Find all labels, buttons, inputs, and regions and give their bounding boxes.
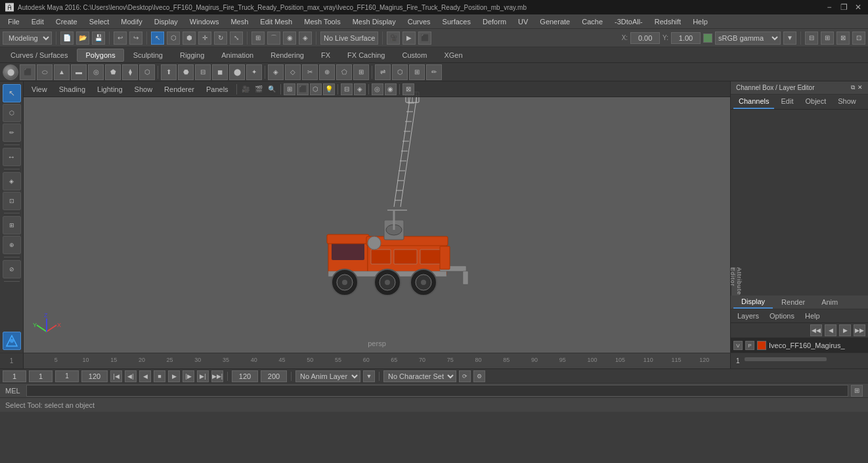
prev-play-btn[interactable]: ◀	[139, 370, 151, 382]
menu-3dto[interactable]: -3DtoAll-	[609, 16, 648, 27]
tab-rigging[interactable]: Rigging	[172, 49, 212, 62]
render-cam-btn[interactable]: 🎥	[387, 32, 400, 45]
dt-anim[interactable]: Anim	[814, 296, 846, 308]
tab-rendering[interactable]: Rendering	[263, 49, 312, 62]
menu-edit-mesh[interactable]: Edit Mesh	[255, 16, 297, 27]
tab-polygons[interactable]: Polygons	[77, 49, 123, 62]
view-menu-renderer[interactable]: Renderer	[159, 84, 200, 95]
menu-display[interactable]: Display	[149, 16, 183, 27]
shelf-pipe[interactable]: ⬡	[139, 64, 155, 80]
film-btn[interactable]: 🎬	[253, 83, 265, 95]
viewport[interactable]: View Shading Lighting Show Renderer Pane…	[24, 81, 730, 353]
view-all[interactable]: ⊕	[3, 236, 21, 254]
ipr-btn[interactable]: ⬛	[418, 32, 431, 45]
shelf-plane[interactable]: ▬	[71, 64, 87, 80]
shelf-cylinder[interactable]: ⬭	[37, 64, 53, 80]
move-tool[interactable]: ↔	[3, 148, 21, 166]
right-panel-btn2[interactable]: ⊞	[821, 32, 834, 45]
next-key-btn[interactable]: ▶|	[197, 370, 209, 382]
next-frame-btn[interactable]: |▶	[183, 370, 194, 382]
layer-next-btn[interactable]: ▶	[839, 324, 851, 336]
layer-row[interactable]: V P Iveco_FF160_Magirus_	[731, 338, 868, 354]
menu-mesh-tools[interactable]: Mesh Tools	[299, 16, 345, 27]
shelf-pyramid[interactable]: ⧫	[122, 64, 138, 80]
shelf-torus[interactable]: ◎	[88, 64, 104, 80]
shelf-transform[interactable]: ⬡	[392, 64, 408, 80]
open-file-btn[interactable]: 📂	[76, 32, 89, 45]
isolate-btn[interactable]: ◎	[372, 83, 383, 95]
snap-point-btn[interactable]: ◉	[283, 32, 296, 45]
menu-help[interactable]: Help	[687, 16, 713, 27]
light-btn[interactable]: 💡	[323, 83, 335, 95]
shelf-prism[interactable]: ⬟	[105, 64, 121, 80]
menu-select[interactable]: Select	[84, 16, 115, 27]
marquee-select[interactable]: ⊘	[3, 260, 21, 278]
shelf-extrude[interactable]: ⬆	[161, 64, 177, 80]
shelf-loop[interactable]: ◈	[268, 64, 284, 80]
menu-file[interactable]: File	[3, 16, 25, 27]
layers-menu[interactable]: Layers	[733, 311, 763, 321]
panel-float-btn[interactable]: ⧉	[851, 84, 855, 91]
play-btn[interactable]: ▶	[168, 370, 180, 382]
layer-prev-prev-btn[interactable]: ◀◀	[810, 324, 822, 336]
range-start-input[interactable]: 120	[232, 370, 258, 382]
shelf-bevel[interactable]: ⬣	[178, 64, 194, 80]
tab-fx[interactable]: FX	[313, 49, 338, 62]
shelf-merge[interactable]: ⬤	[229, 64, 245, 80]
menu-redshift[interactable]: Redshift	[649, 16, 686, 27]
dt-display[interactable]: Display	[733, 296, 773, 309]
layer-scroll-thumb[interactable]	[745, 357, 827, 361]
mel-options-btn[interactable]: ⊞	[851, 385, 863, 397]
char-set-btn[interactable]: ⟳	[459, 370, 471, 382]
panel-close-btn[interactable]: ✕	[857, 84, 863, 91]
rotate-tool-btn[interactable]: ↻	[214, 32, 227, 45]
coord-y-input[interactable]: 1.00	[671, 32, 701, 44]
shelf-bridge[interactable]: ⊟	[195, 64, 211, 80]
scale-tool-btn[interactable]: ⤡	[230, 32, 243, 45]
shelf-fill[interactable]: ◼	[212, 64, 228, 80]
paint-tool-btn[interactable]: ⬢	[183, 32, 196, 45]
soft-mod[interactable]: ⊡	[3, 192, 21, 210]
workspace-select[interactable]: Modeling	[3, 32, 52, 45]
last-frame-btn[interactable]: ▶▶|	[211, 370, 223, 382]
cb-tab-channels[interactable]: Channels	[733, 95, 774, 109]
move-tool-btn[interactable]: ✛	[198, 32, 211, 45]
select-tool-btn[interactable]: ↖	[151, 32, 164, 45]
cb-tab-edit[interactable]: Edit	[775, 95, 798, 109]
lasso-tool[interactable]: ✏	[3, 123, 21, 142]
shelf-lattice[interactable]: ⊞	[409, 64, 425, 80]
menu-windows[interactable]: Windows	[184, 16, 225, 27]
view-menu-show[interactable]: Show	[129, 84, 158, 95]
prev-frame-btn[interactable]: ◀|	[125, 370, 137, 382]
char-set-btn2[interactable]: ⚙	[473, 370, 485, 382]
redo-btn[interactable]: ↪	[129, 32, 142, 45]
gamma-arrow[interactable]: ▼	[783, 32, 796, 45]
right-panel-btn1[interactable]: ⊟	[805, 32, 818, 45]
shelf-sub[interactable]: ⊞	[353, 64, 369, 80]
shelf-cut[interactable]: ✂	[302, 64, 318, 80]
menu-edit[interactable]: Edit	[26, 16, 49, 27]
lasso-tool-btn[interactable]: ⬡	[167, 32, 180, 45]
view-menu-view[interactable]: View	[26, 84, 53, 95]
attribute-editor-strip[interactable]: Attribute Editor	[731, 267, 740, 296]
minimize-button[interactable]: −	[825, 3, 834, 12]
menu-modify[interactable]: Modify	[116, 16, 147, 27]
layer-playback-btn[interactable]: P	[745, 341, 754, 350]
camera-btn[interactable]: 🎥	[240, 83, 251, 95]
tab-animation[interactable]: Animation	[213, 49, 261, 62]
render-btn[interactable]: ▶	[402, 32, 416, 45]
shelf-cone[interactable]: ▲	[54, 64, 70, 80]
zoom-btn[interactable]: 🔍	[266, 83, 278, 95]
right-panel-btn4[interactable]: ⊡	[852, 32, 865, 45]
grid-btn[interactable]: ⊟	[341, 83, 353, 95]
tab-custom[interactable]: Custom	[395, 49, 435, 62]
view-menu-lighting[interactable]: Lighting	[92, 84, 128, 95]
prev-key-btn[interactable]: |◀	[110, 370, 122, 382]
shelf-mirror[interactable]: ⇌	[375, 64, 391, 80]
stop-btn[interactable]: ■	[154, 370, 165, 382]
tab-curves-surfaces[interactable]: Curves / Surfaces	[3, 49, 76, 62]
layers-help[interactable]: Help	[801, 311, 824, 321]
no-live-surface-btn[interactable]: No Live Surface	[320, 32, 378, 45]
coord-x-input[interactable]: 0.00	[630, 32, 660, 44]
solid-btn[interactable]: ⬛	[297, 83, 309, 95]
